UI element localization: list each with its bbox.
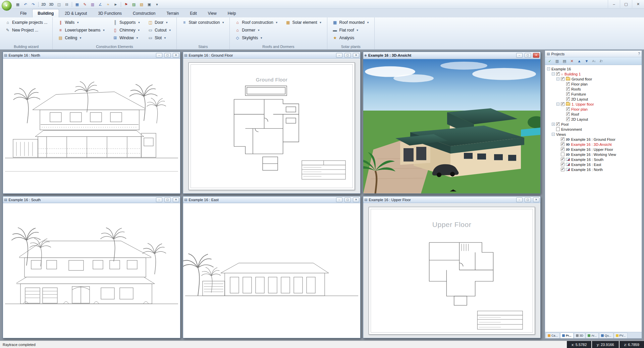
- minimize-button[interactable]: –: [516, 197, 523, 202]
- tree-item-views[interactable]: Views: [546, 132, 641, 137]
- tree-item-view-3d-ansicht[interactable]: 3D Example 16 : 3D-Ansicht: [546, 142, 641, 147]
- checkbox[interactable]: [561, 77, 565, 81]
- minimize-button[interactable]: –: [156, 53, 162, 58]
- confirm-icon[interactable]: ✓: [547, 59, 552, 63]
- tree-item-view-working-view[interactable]: 2D Example 16 : Working View: [546, 152, 641, 157]
- pen-icon[interactable]: ✎: [81, 1, 89, 8]
- move-up-icon[interactable]: ▲: [577, 59, 582, 63]
- new-project-button[interactable]: ✎ New Project ...: [3, 27, 49, 34]
- dormer-button[interactable]: ⌂ Dormer ▼: [233, 27, 279, 34]
- tab-pv[interactable]: PV...: [614, 333, 628, 338]
- flat-roof-button[interactable]: ▬ Flat roof ▼: [331, 27, 371, 34]
- supports-button[interactable]: ║ Supports ▼: [111, 19, 142, 26]
- chevron-down-icon[interactable]: ▼: [136, 37, 139, 40]
- chevron-down-icon[interactable]: ▼: [222, 21, 224, 24]
- tree-item-ground-floor[interactable]: Ground floor: [546, 76, 641, 81]
- toolbar-options-icon[interactable]: ▾: [153, 1, 161, 8]
- checkbox[interactable]: [561, 163, 565, 166]
- window-titlebar[interactable]: ▤ Example 16 : North – ▢ ✕: [3, 52, 180, 59]
- measure-icon[interactable]: ∠: [97, 1, 104, 8]
- tree-item-roof-upper[interactable]: Roof: [546, 112, 641, 117]
- upper-floor-canvas[interactable]: Upper Floor: [363, 204, 540, 338]
- window-north[interactable]: ▤ Example 16 : North – ▢ ✕: [3, 52, 180, 194]
- tree-item-view-east[interactable]: Example 16 : East: [546, 162, 641, 167]
- restore-button[interactable]: ▢: [344, 197, 351, 202]
- chimney-button[interactable]: ▯ Chimney ▼: [111, 27, 142, 34]
- tree-item-furniture[interactable]: Furniture: [546, 92, 641, 97]
- chevron-down-icon[interactable]: ▼: [260, 37, 263, 40]
- paint-icon[interactable]: ▨: [130, 1, 138, 8]
- undo-icon[interactable]: ↶: [22, 1, 29, 8]
- snap-grid-icon[interactable]: ▦: [73, 1, 81, 8]
- chevron-down-icon[interactable]: ▼: [356, 29, 359, 32]
- tree-item-floor-plan[interactable]: Floor plan: [546, 81, 641, 86]
- close-button[interactable]: ✕: [173, 53, 179, 58]
- restore-button[interactable]: ▢: [164, 197, 171, 202]
- tree-item-2d-layout-upper[interactable]: 2D Layout: [546, 117, 641, 122]
- tab-catalog[interactable]: Ca...: [546, 333, 560, 338]
- checkbox[interactable]: [566, 97, 570, 101]
- stair-construction-button[interactable]: ≡ Stair construction ▼: [180, 19, 226, 26]
- pin-icon[interactable]: ?: [638, 52, 640, 56]
- beams-button[interactable]: ≡ Lower/upper beams ▼: [56, 27, 107, 34]
- cutout-button[interactable]: ▭ Cutout ▼: [146, 27, 173, 34]
- north-elevation-canvas[interactable]: [3, 59, 180, 193]
- minimize-button[interactable]: –: [336, 197, 342, 202]
- tab-building[interactable]: Building: [32, 9, 59, 17]
- redo-icon[interactable]: ↷: [30, 1, 37, 8]
- minimize-button[interactable]: –: [336, 53, 342, 58]
- restore-button[interactable]: ▢: [525, 197, 531, 202]
- close-button[interactable]: ✕: [353, 197, 359, 202]
- statistics-icon[interactable]: ▥: [555, 59, 559, 63]
- print-icon[interactable]: ▤: [562, 59, 567, 63]
- tab-3d-functions[interactable]: 3D Functions: [93, 9, 127, 17]
- grid-view-icon[interactable]: ▦: [14, 1, 21, 8]
- checkbox[interactable]: [566, 82, 570, 86]
- tab-projects[interactable]: Pr...: [560, 333, 574, 338]
- expander-icon[interactable]: [556, 103, 559, 106]
- windows-icon[interactable]: ▣: [146, 1, 153, 8]
- sort-asc-icon[interactable]: A↓: [592, 59, 596, 63]
- tab-construction[interactable]: Construction: [127, 9, 161, 17]
- maximize-button[interactable]: ▢: [620, 0, 632, 8]
- expander-icon[interactable]: [547, 67, 550, 70]
- tree-item-environment[interactable]: Environment: [546, 127, 641, 132]
- checkbox[interactable]: [556, 127, 560, 131]
- delete-icon[interactable]: ✕: [570, 59, 574, 63]
- checkbox[interactable]: [566, 92, 570, 96]
- minimize-button[interactable]: –: [156, 197, 162, 202]
- tab-edit[interactable]: Edit: [184, 9, 202, 17]
- chevron-down-icon[interactable]: ▼: [257, 29, 260, 32]
- tab-area[interactable]: Ar...: [586, 333, 599, 338]
- ceiling-button[interactable]: ▤ Ceiling ▼: [56, 35, 107, 41]
- checkbox[interactable]: [561, 148, 565, 151]
- window-titlebar[interactable]: ▤ Example 16 : Upper Floor – ▢ ✕: [363, 196, 540, 203]
- checkbox[interactable]: [561, 142, 565, 146]
- restore-button[interactable]: ▢: [164, 53, 171, 58]
- window-titlebar[interactable]: ▤ Example 16 : East – ▢ ✕: [183, 196, 360, 203]
- tree-item-building1[interactable]: ⌂ Building 1: [546, 71, 641, 76]
- view-2d-icon[interactable]: 2D: [40, 1, 47, 8]
- checkbox[interactable]: [566, 87, 570, 91]
- window-titlebar[interactable]: ◈ Example 16 : 3D-Ansicht – ▢ ✕: [363, 52, 540, 59]
- window-upper-floor[interactable]: ▤ Example 16 : Upper Floor – ▢ ✕ Upper F…: [363, 196, 541, 338]
- slot-button[interactable]: ▭ Slot ▼: [146, 35, 173, 41]
- render-3d-canvas[interactable]: [363, 59, 540, 193]
- example-projects-button[interactable]: ⌂ Example projects ...: [3, 19, 49, 26]
- expander-icon[interactable]: [552, 123, 555, 126]
- app-logo-icon[interactable]: [2, 1, 12, 11]
- tab-terrain[interactable]: Terrain: [161, 9, 184, 17]
- tree-item-upper-floor[interactable]: 1. Upper floor: [546, 102, 641, 107]
- chevron-down-icon[interactable]: ▼: [164, 37, 166, 40]
- close-button[interactable]: ✕: [173, 197, 179, 202]
- solar-element-button[interactable]: ▦ Solar element ▼: [284, 19, 324, 26]
- checkbox[interactable]: [561, 168, 565, 171]
- south-elevation-canvas[interactable]: [3, 204, 180, 338]
- roof-mounted-button[interactable]: ▦ Roof mounted ▼: [331, 19, 371, 26]
- chevron-down-icon[interactable]: ▼: [138, 21, 140, 24]
- flag-icon[interactable]: ⚑: [122, 1, 130, 8]
- east-elevation-canvas[interactable]: [183, 204, 360, 338]
- checkbox[interactable]: [561, 153, 565, 156]
- tab-view[interactable]: View: [203, 9, 222, 17]
- expander-icon[interactable]: [552, 133, 555, 136]
